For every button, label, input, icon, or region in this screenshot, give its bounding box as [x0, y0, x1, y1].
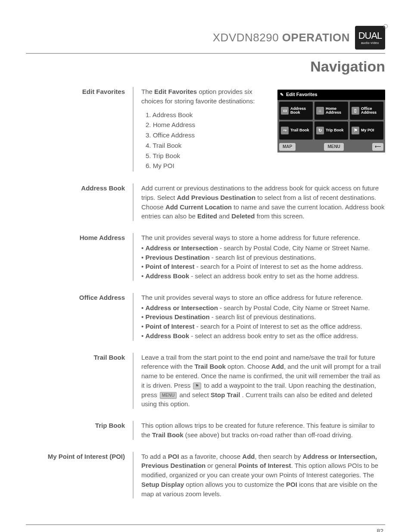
screenshot-cell-trail-book: ⤳Trail Book — [279, 121, 313, 140]
bullet-item: Address or Intersection - search by Post… — [141, 243, 385, 253]
model-operation: XDVDN8290 OPERATION — [213, 31, 350, 44]
book-icon: ▭ — [281, 107, 289, 115]
label-office-address: Office Address — [26, 293, 133, 302]
row-address-book: Address Book Add current or previous des… — [26, 184, 385, 221]
screenshot-menu-button: MENU — [324, 143, 343, 151]
screenshot-cell-trip-book: ↻Trip Book — [314, 121, 348, 140]
intro-text: The Edit Favorites option provides six c… — [141, 88, 255, 105]
page-number: 82 — [26, 528, 385, 532]
content-area: Edit Favorites Edit Favorites ▭Address B… — [26, 87, 385, 498]
model-number: XDVDN8290 — [213, 31, 279, 44]
home-icon: ⌂ — [316, 107, 324, 115]
brand-logo: DUAL audio·video — [355, 26, 385, 50]
screenshot-map-button: MAP — [279, 143, 296, 151]
poi-icon: ⚑ — [352, 127, 359, 134]
menu-icon: MENU — [160, 392, 177, 399]
page-header: XDVDN8290 OPERATION DUAL audio·video — [26, 26, 385, 50]
trash-icon: ▯ — [352, 107, 359, 115]
trail-icon: ⤳ — [281, 127, 289, 134]
cell-label: My POI — [361, 128, 374, 132]
cell-label: Office Address — [361, 107, 382, 115]
label-trail-book: Trail Book — [26, 353, 133, 362]
body-home-address: The unit provides several ways to store … — [134, 233, 385, 281]
manual-page: XDVDN8290 OPERATION DUAL audio·video Nav… — [0, 0, 411, 532]
screenshot-back-button: ⟵ — [372, 143, 383, 151]
cell-label: Address Book — [290, 107, 311, 115]
screenshot-edit-favorites: Edit Favorites ▭Address Book ⌂Home Addre… — [277, 90, 385, 152]
bullet-item: Address Book - select an address book en… — [141, 271, 385, 281]
body-my-poi: To add a POI as a favorite, choose Add, … — [134, 452, 385, 499]
operation-label: OPERATION — [282, 31, 350, 44]
label-home-address: Home Address — [26, 233, 133, 243]
screenshot-cell-home-address: ⌂Home Address — [314, 102, 348, 120]
label-edit-favorites: Edit Favorites — [26, 87, 133, 96]
cell-label: Home Address — [326, 107, 346, 115]
row-edit-favorites: Edit Favorites Edit Favorites ▭Address B… — [26, 87, 385, 171]
logo-subtitle: audio·video — [361, 41, 379, 44]
row-trip-book: Trip Book This option allows trips to be… — [26, 421, 385, 440]
screenshot-cell-office-address: ▯Office Address — [350, 102, 383, 120]
body-trail-book: Leave a trail from the start point to th… — [134, 353, 385, 409]
row-my-poi: My Point of Interest (POI) To add a POI … — [26, 452, 385, 499]
screenshot-cell-my-poi: ⚑My POI — [350, 121, 383, 140]
body-office-address: The unit provides several ways to store … — [134, 293, 385, 341]
footer-rule — [26, 524, 385, 525]
body-trip-book: This option allows trips to be created f… — [134, 421, 385, 440]
row-trail-book: Trail Book Leave a trail from the start … — [26, 353, 385, 409]
bullet-item: Address Book - select an address book en… — [141, 331, 385, 341]
intro-text: The unit provides several ways to store … — [141, 233, 385, 243]
waypoint-icon: ⚑ — [193, 383, 201, 389]
trip-icon: ↻ — [316, 127, 324, 134]
bullet-item: Previous Destination - search list of pr… — [141, 312, 385, 322]
label-trip-book: Trip Book — [26, 421, 133, 430]
bullet-item: Previous Destination - search list of pr… — [141, 253, 385, 262]
header-rule — [26, 53, 385, 54]
row-home-address: Home Address The unit provides several w… — [26, 233, 385, 281]
label-my-poi: My Point of Interest (POI) — [26, 452, 133, 461]
bullet-list: Address or Intersection - search by Post… — [141, 303, 385, 341]
body-address-book: Add current or previous destinations to … — [134, 184, 385, 221]
cell-label: Trail Book — [290, 128, 309, 132]
cell-label: Trip Book — [326, 128, 344, 132]
list-item: 6. My POI — [146, 161, 385, 171]
screenshot-title: Edit Favorites — [277, 90, 385, 100]
bullet-list: Address or Intersection - search by Post… — [141, 243, 385, 281]
body-edit-favorites: Edit Favorites ▭Address Book ⌂Home Addre… — [134, 87, 385, 171]
screenshot-cell-address-book: ▭Address Book — [279, 102, 313, 120]
logo-word: DUAL — [358, 31, 382, 40]
intro-text: The unit provides several ways to store … — [141, 293, 385, 302]
bullet-item: Point of Interest - search for a Point o… — [141, 322, 385, 331]
bullet-item: Address or Intersection - search by Post… — [141, 303, 385, 313]
row-office-address: Office Address The unit provides several… — [26, 293, 385, 341]
section-title: Navigation — [26, 58, 385, 75]
label-address-book: Address Book — [26, 184, 133, 193]
bullet-item: Point of Interest - search for a Point o… — [141, 262, 385, 271]
